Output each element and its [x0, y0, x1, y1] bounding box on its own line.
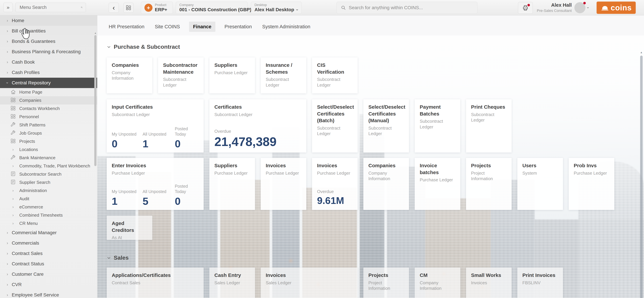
tile-subtitle: Purchase Ledger [574, 170, 609, 176]
desktop-selector[interactable]: Desktop Alex Hall Desktop› [251, 2, 302, 14]
chevron-down-icon: › [294, 9, 300, 10]
print-queue-button[interactable] [518, 2, 533, 14]
sidebar-item-central-repository[interactable]: ›Central Repository [0, 78, 97, 88]
tile-invoices[interactable]: InvoicesPurchase LedgerOverdue9.61M [312, 158, 358, 210]
sidebar-item-cvr[interactable]: ›CVR [0, 280, 97, 290]
sidebar-scrollbar-up-icon[interactable]: ▲ [94, 31, 97, 34]
coins-logo-text: coins [610, 4, 632, 11]
tile-title: Input Certificates [112, 104, 198, 111]
sidebar-item-home[interactable]: ›Home [0, 15, 97, 26]
tab-hr-presentation[interactable]: HR Presentation [107, 22, 146, 32]
tile-companies[interactable]: CompaniesCompany Information [363, 158, 409, 210]
sidebar-item-contract-status[interactable]: ›Contract Status [0, 259, 97, 269]
chevron-right-icon: › [12, 164, 14, 168]
sidebar-item-ecommerce[interactable]: ›eCommerce [0, 203, 97, 211]
tile-suppliers[interactable]: SuppliersPurchase Ledger [209, 158, 255, 210]
sidebar-item-commodity-trade-plant-workbench[interactable]: ›Commodity, Trade, Plant Workbench [0, 162, 97, 170]
sidebar-item-home-page[interactable]: Home Page [0, 88, 97, 96]
tile-cash-entry[interactable]: Cash EntrySales Ledger [209, 268, 255, 298]
sidebar-item-label: Audit [19, 196, 29, 201]
tab-finance[interactable]: Finance [189, 22, 216, 32]
content-scrollbar-up-icon[interactable]: ▲ [640, 51, 643, 54]
tile-cm[interactable]: CMCompany Information [415, 268, 460, 298]
workbench-grid-icon [10, 106, 16, 111]
tile-payment-batches[interactable]: Payment BatchesSubcontract Ledger [415, 99, 460, 152]
sidebar-item-employee-self-service[interactable]: ›Employee Self Service [0, 290, 97, 298]
tile-select-deselect-certificates-batch-[interactable]: Select/Deselect Certificates (Batch)Subc… [312, 99, 358, 152]
sidebar-item-cash-book[interactable]: ›Cash Book [0, 57, 97, 67]
tab-system-administration[interactable]: System Administration [261, 22, 312, 32]
tile-select-deselect-certificates-manual-[interactable]: Select/Deselect Certificates (Manual)Sub… [363, 99, 409, 152]
tile-print-invoices[interactable]: Print InvoicesFBSLINV [517, 268, 563, 298]
company-selector[interactable]: Company 001 - COINS Construction (GBP)› [176, 2, 248, 14]
tile-print-cheques[interactable]: Print ChequesSubcontract Ledger [466, 99, 512, 152]
sidebar-item-companies[interactable]: Companies [0, 96, 97, 105]
tile-invoices[interactable]: InvoicesSales LedgerOverdue [261, 268, 358, 298]
stat-label: My Unposted [112, 189, 142, 194]
desktop-tiles-button[interactable] [124, 3, 134, 13]
tile-certificates[interactable]: CertificatesSubcontract LedgerOverdue21,… [209, 99, 306, 152]
sidebar-item-personnel[interactable]: Personnel [0, 113, 97, 121]
sidebar-item-cash-profiles[interactable]: ›Cash Profiles [0, 67, 97, 78]
tile-title: Suppliers [214, 162, 250, 169]
sidebar-item-locations[interactable]: ›Locations [0, 146, 97, 154]
chevron-right-icon: › [7, 29, 8, 33]
global-search-input[interactable] [346, 5, 473, 10]
sidebar-item-bank-maintenance[interactable]: Bank Maintenance [0, 154, 97, 162]
sidebar-item-projects[interactable]: Projects [0, 137, 97, 146]
section-header-sales[interactable]: Sales [107, 255, 129, 261]
tile-prob-invs[interactable]: Prob InvsPurchase Ledger [569, 158, 614, 210]
sidebar-item-customer-care[interactable]: ›Customer Care [0, 269, 97, 280]
tile-users[interactable]: UsersSystem [517, 158, 563, 210]
tile-invoice-batches[interactable]: Invoice batchesPurchase Ledger [415, 158, 460, 210]
section-header-purchase-subcontract[interactable]: Purchase & Subcontract [107, 43, 180, 50]
tab-presentation[interactable]: Presentation [223, 22, 253, 32]
sidebar-item-business-planning-forecasting[interactable]: ›Business Planning & Forecasting [0, 46, 97, 57]
sidebar-item-label: Business Planning & Forecasting [12, 49, 81, 54]
tile-projects[interactable]: ProjectsProject Information [466, 158, 512, 210]
sidebar-item-contract-sales[interactable]: ›Contract Sales [0, 248, 97, 259]
sidebar-item-shift-patterns[interactable]: Shift Patterns [0, 121, 97, 129]
sidebar-item-cr-menu[interactable]: ›CR Menu [0, 219, 97, 228]
tile-enter-invoices[interactable]: Enter InvoicesPurchase LedgerMy Unposted… [107, 158, 204, 210]
tile-insurance-schemes[interactable]: Insurance / SchemesSubcontract Ledger [261, 57, 306, 93]
tile-projects[interactable]: ProjectsProject Information [363, 268, 409, 298]
tile-small-works[interactable]: Small WorksInvoices [466, 268, 512, 298]
product-selector[interactable]: + Product ERP+ [141, 2, 173, 14]
sidebar-item-supplier-search[interactable]: Supplier Search [0, 178, 97, 186]
user-menu-chevron-icon[interactable]: › [586, 7, 590, 8]
sidebar-scrollbar-thumb[interactable] [94, 35, 96, 166]
sidebar-item-administration[interactable]: ›Administration [0, 186, 97, 195]
sidebar-item-commercials[interactable]: ›Commercials [0, 238, 97, 248]
sidebar-item-label: Commercial Manager [12, 230, 57, 235]
tile-companies[interactable]: CompaniesCompany Information [107, 57, 152, 93]
tile-applications-certificates[interactable]: Applications/CertificatesContract SalesM… [107, 268, 204, 298]
sidebar-expand-button[interactable]: » [3, 3, 13, 12]
chevron-right-icon: › [7, 262, 8, 266]
tile-invoices[interactable]: InvoicesPurchase Ledger [261, 158, 306, 210]
sidebar-item-audit[interactable]: ›Audit [0, 195, 97, 203]
sidebar-item-contacts-workbench[interactable]: Contacts Workbench [0, 105, 97, 113]
content-scrollbar-thumb[interactable] [640, 56, 643, 298]
sidebar-item-job-groups[interactable]: Job Groups [0, 129, 97, 137]
sidebar-item-combined-timesheets[interactable]: ›Combined Timesheets [0, 211, 97, 219]
tile-subcontractor-maintenance[interactable]: Subcontractor MaintenanceSubcontract Led… [158, 57, 204, 93]
menu-search-input[interactable] [16, 5, 81, 10]
sidebar-item-commercial-manager[interactable]: ›Commercial Manager [0, 228, 97, 238]
tile-title: Certificates [214, 104, 301, 111]
avatar[interactable] [574, 2, 586, 13]
user-info[interactable]: Alex Hall Pre-Sales Consultant [536, 2, 572, 13]
tile-cis-verification[interactable]: CIS VerificationSubcontract Ledger [312, 57, 358, 93]
back-button[interactable]: ‹ [109, 3, 119, 13]
sidebar-item-bill-of-quantities[interactable]: ›Bill of Quantities [0, 26, 97, 36]
sidebar-item-label: eCommerce [19, 204, 43, 210]
wrench-icon [10, 155, 16, 160]
sidebar-item-subcontractor-search[interactable]: Subcontractor Search [0, 170, 97, 178]
tile-suppliers[interactable]: SuppliersPurchase Ledger [209, 57, 255, 93]
printer-notification-dot [528, 4, 530, 6]
tile-input-certificates[interactable]: Input CertificatesSubcontract LedgerMy U… [107, 99, 204, 152]
tile-aged-creditors[interactable]: Aged CreditorsAs At [107, 216, 152, 240]
sidebar-item-bonds-guarantees[interactable]: ›Bonds & Guarantees [0, 36, 97, 46]
stat-label: All Unposted [142, 132, 175, 137]
tab-site-coins[interactable]: Site COINS [154, 22, 181, 32]
